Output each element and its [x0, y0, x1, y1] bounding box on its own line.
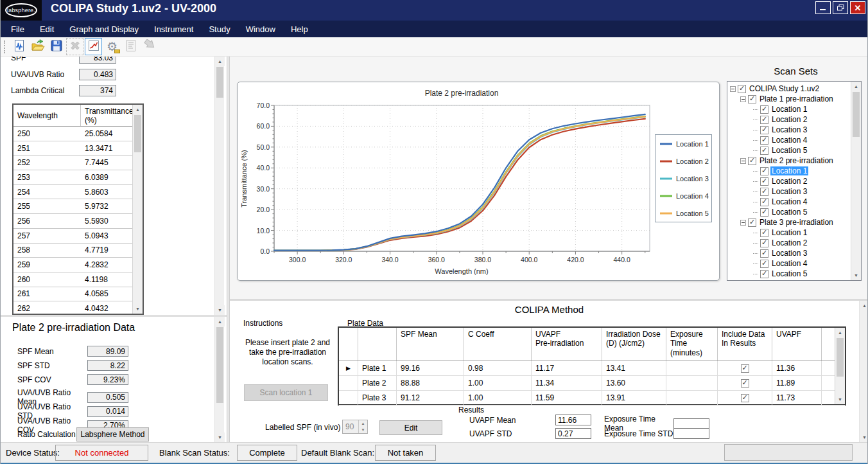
open-study-button[interactable] [29, 38, 46, 55]
ratio-calculation-method-button[interactable]: Labsphere Method [76, 427, 149, 442]
scroll-up-icon[interactable]: ▲ [215, 317, 225, 326]
save-study-button[interactable] [48, 38, 65, 55]
scroll-thumb[interactable] [837, 338, 844, 377]
tree-item[interactable]: Location 4 [727, 258, 861, 269]
wavelength-table-row[interactable]: 2624.0432 [13, 301, 143, 315]
scroll-up-icon[interactable]: ▲ [215, 57, 225, 66]
tree-checkbox[interactable] [760, 229, 768, 237]
wavelength-table-scrollbar[interactable]: ▲ ▼ [132, 105, 143, 314]
tree-item-label[interactable]: Location 2 [770, 115, 808, 124]
scroll-up-icon[interactable]: ▲ [851, 82, 861, 91]
wavelength-table-row[interactable]: 2565.5930 [13, 214, 143, 229]
labelled-spf-spinner[interactable]: 90 ▲ ▼ [342, 420, 368, 434]
tree-item[interactable]: Location 5 [727, 269, 861, 279]
tree-checkbox[interactable] [760, 177, 768, 186]
tree-checkbox[interactable] [760, 188, 768, 196]
scroll-thumb[interactable] [134, 115, 141, 152]
menu-edit[interactable]: Edit [32, 21, 62, 37]
wavelength-table-row[interactable]: 25025.0584 [13, 127, 143, 141]
scroll-down-icon[interactable]: ▼ [835, 395, 845, 404]
tree-item-label[interactable]: Location 3 [770, 125, 808, 134]
new-scan-button[interactable] [10, 38, 28, 55]
tree-item[interactable]: Location 5 [727, 207, 861, 217]
collapse-expander-icon[interactable] [740, 96, 746, 102]
wavelength-table-row[interactable]: 25113.3471 [13, 141, 143, 156]
plate-summary-scrollbar[interactable]: ▲ ▼ [214, 317, 224, 442]
include-data-checkbox[interactable] [741, 364, 749, 373]
wavelength-table-row[interactable]: 2614.0585 [13, 287, 143, 302]
wavelength-table-row[interactable]: 2555.9732 [13, 199, 143, 214]
tree-item-label[interactable]: Location 4 [770, 136, 808, 145]
tree-item[interactable]: Plate 3 pre-irradiation [727, 217, 861, 228]
tree-item[interactable]: Plate 1 post-irradiation [727, 279, 861, 281]
scroll-up-icon[interactable]: ▲ [835, 328, 845, 337]
menu-instrument[interactable]: Instrument [146, 21, 201, 37]
tree-item-label[interactable]: Plate 1 post-irradiation [758, 280, 838, 281]
spinner-down-icon[interactable]: ▼ [359, 427, 367, 433]
tree-item[interactable]: Location 5 [727, 145, 861, 156]
wavelength-table-row[interactable]: 2545.8603 [13, 185, 143, 200]
tree-checkbox[interactable] [760, 167, 768, 175]
menu-file[interactable]: File [3, 21, 32, 37]
scroll-up-icon[interactable]: ▲ [860, 301, 868, 310]
scroll-thumb[interactable] [216, 67, 223, 98]
delete-scan-button[interactable] [66, 38, 83, 55]
tree-checkbox[interactable] [760, 136, 768, 145]
tree-item-label[interactable]: Plate 3 pre-irradiation [758, 218, 835, 227]
tree-item-label[interactable]: Plate 1 pre-irradiation [758, 94, 835, 103]
plate-table-row[interactable]: Plate 391.121.0011.5913.9111.73 [339, 391, 845, 406]
tree-checkbox[interactable] [760, 239, 768, 247]
tree-item[interactable]: Location 4 [727, 135, 861, 145]
tree-item-label[interactable]: Location 1 [770, 105, 808, 114]
tree-item-label[interactable]: Location 2 [770, 238, 808, 247]
wavelength-table-row[interactable]: 2604.1198 [13, 272, 143, 287]
wavelength-table-row[interactable]: 2584.7719 [13, 244, 143, 258]
tree-checkbox[interactable] [748, 95, 756, 103]
scroll-down-icon[interactable]: ▼ [215, 433, 225, 442]
menu-window[interactable]: Window [238, 21, 283, 37]
tree-checkbox[interactable] [748, 219, 756, 227]
scroll-up-icon[interactable]: ▲ [133, 105, 143, 114]
restore-button[interactable] [833, 1, 848, 14]
tree-item[interactable]: Plate 1 pre-irradiation [727, 94, 861, 104]
scan-location-button[interactable]: Scan location 1 [244, 384, 328, 401]
report-button[interactable] [122, 38, 139, 55]
collapse-expander-icon[interactable] [740, 220, 746, 226]
summary-panel-scrollbar[interactable]: ▲ ▼ [214, 57, 224, 315]
collapse-expander-icon[interactable] [740, 158, 746, 164]
tree-checkbox[interactable] [760, 116, 768, 124]
tree-checkbox[interactable] [760, 105, 768, 114]
minimize-button[interactable] [815, 1, 831, 14]
include-data-checkbox[interactable] [741, 394, 749, 402]
tree-item-label[interactable]: COLIPA Study 1.uv2 [748, 84, 820, 93]
tree-item-label[interactable]: Location 5 [770, 208, 808, 217]
scroll-down-icon[interactable]: ▼ [860, 433, 868, 442]
tree-item[interactable]: COLIPA Study 1.uv2 [727, 84, 861, 94]
tree-item-label[interactable]: Location 3 [770, 187, 808, 196]
tree-item[interactable]: Location 2 [727, 114, 861, 125]
tree-item-label[interactable]: Location 5 [770, 146, 808, 155]
tree-checkbox[interactable] [760, 126, 768, 134]
collapse-expander-icon[interactable] [730, 86, 736, 92]
tree-checkbox[interactable] [760, 260, 768, 268]
graph-display-button[interactable] [85, 38, 102, 55]
wavelength-table-row[interactable]: 2594.2832 [13, 258, 143, 272]
tree-item[interactable]: Location 3 [727, 248, 861, 258]
tree-checkbox[interactable] [760, 208, 768, 217]
wavelength-table-row[interactable]: 2536.0389 [13, 170, 143, 185]
scroll-thumb[interactable] [216, 327, 223, 403]
tree-item[interactable]: Location 1 [727, 166, 861, 176]
spinner-up-icon[interactable]: ▲ [359, 420, 367, 427]
scroll-down-icon[interactable]: ▼ [133, 304, 143, 314]
scroll-down-icon[interactable]: ▼ [215, 305, 225, 315]
menu-graph-and-display[interactable]: Graph and Display [62, 21, 146, 37]
scan-sets-scrollbar[interactable]: ▲ ▼ [851, 82, 861, 280]
close-button[interactable]: ✕ [850, 1, 865, 14]
tree-item-label[interactable]: Location 1 [770, 166, 808, 175]
tree-checkbox[interactable] [760, 147, 768, 155]
scroll-thumb[interactable] [853, 92, 860, 137]
tree-item-label[interactable]: Location 4 [770, 259, 808, 268]
menu-study[interactable]: Study [201, 21, 238, 37]
tree-checkbox[interactable] [760, 270, 768, 278]
colipa-panel-scrollbar[interactable]: ▲ ▼ [859, 301, 868, 442]
